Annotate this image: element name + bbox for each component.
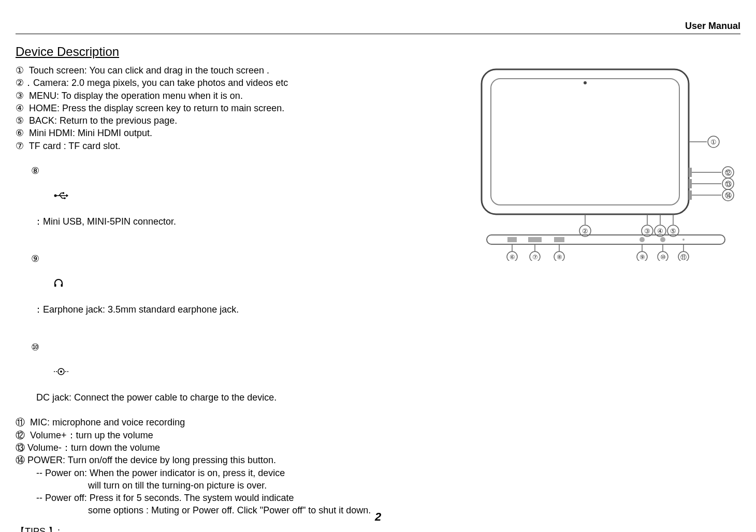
item-dc-prefix: ⑩: [31, 342, 45, 352]
item-power-off-1: -- Power off: Press it for 5 seconds. Th…: [16, 492, 461, 504]
callout-10: ⑩: [660, 254, 666, 261]
item-home: ④ HOME: Press the display screen key to …: [16, 102, 461, 114]
svg-point-9: [60, 371, 62, 373]
item-hdmi: ⑥ Mini HDMI: Mini HDMI output.: [16, 127, 461, 139]
svg-point-37: [639, 237, 645, 242]
svg-marker-4: [66, 194, 68, 197]
callout-9: ⑨: [639, 254, 645, 261]
tips-title: 【TIPS 】:: [16, 525, 461, 532]
svg-rect-33: [487, 235, 725, 244]
svg-rect-6: [61, 284, 63, 287]
svg-rect-12: [491, 79, 679, 205]
page-number: 2: [375, 510, 381, 524]
callout-12: ⑫: [725, 169, 732, 176]
item-dc: ⑩ DC jack: Connect the power cable to ch…: [16, 328, 461, 416]
item-usb-text: ：Mini USB, MINI-5PIN connector.: [31, 216, 176, 227]
callout-3: ③: [644, 227, 650, 235]
description-text: ① Touch screen: You can click and drag i…: [16, 64, 461, 532]
svg-point-13: [584, 81, 587, 84]
svg-rect-34: [507, 237, 517, 242]
svg-rect-35: [528, 237, 542, 242]
item-power-on-1: -- Power on: When the power indicator is…: [16, 467, 461, 479]
item-mic: ⑪ MIC: microphone and voice recording: [16, 416, 461, 428]
item-voldown: ⑬ Volume-：turn down the volume: [16, 441, 461, 454]
svg-rect-36: [554, 237, 564, 242]
item-ear-prefix: ⑨: [31, 254, 47, 264]
usb-icon: [33, 178, 68, 215]
item-menu: ③ MENU: To display the operation menu wh…: [16, 90, 461, 102]
svg-rect-2: [63, 192, 64, 194]
callout-6: ⑥: [510, 254, 515, 261]
callout-4: ④: [657, 227, 663, 235]
svg-rect-5: [54, 284, 56, 287]
svg-rect-17: [689, 179, 692, 188]
section-title: Device Description: [16, 45, 740, 59]
item-earphone: ⑨ ：Earphone jack: 3.5mm standard earphon…: [16, 240, 461, 328]
header-label: User Manual: [16, 21, 740, 34]
item-ear-text: ：Earphone jack: 3.5mm standard earphone …: [31, 304, 239, 315]
headphone-icon: [33, 265, 63, 303]
item-power: ⑭ POWER: Turn on/off the device by long …: [16, 454, 461, 466]
item-tf: ⑦ TF card : TF card slot.: [16, 140, 461, 152]
dc-jack-icon: [33, 353, 68, 391]
item-usb: ⑧ ：Mini USB, MINI-5PIN connector.: [16, 152, 461, 240]
device-diagram: ① ⑫ ⑬ ⑭ ② ③ ④ ⑤: [461, 64, 740, 263]
callout-13: ⑬: [725, 180, 732, 188]
svg-point-38: [660, 237, 665, 242]
item-power-on-2: will turn on till the turning-on picture…: [16, 479, 461, 492]
item-power-off-2: some options : Muting or Power off. Clic…: [16, 504, 461, 516]
callout-2: ②: [582, 227, 588, 235]
item-usb-prefix: ⑧: [31, 166, 42, 176]
svg-point-39: [682, 239, 685, 241]
callout-5: ⑤: [670, 227, 676, 235]
item-dc-text: DC jack: Connect the power cable to char…: [31, 392, 277, 403]
callout-1: ①: [710, 138, 717, 146]
callout-14: ⑭: [725, 191, 732, 199]
svg-rect-16: [689, 168, 692, 177]
svg-rect-11: [482, 69, 689, 214]
callout-11: ⑪: [680, 254, 687, 261]
item-camera: ②．Camera: 2.0 mega pixels, you can take …: [16, 77, 461, 89]
item-volup: ⑫ Volume+：turn up the volume: [16, 429, 461, 441]
callout-7: ⑦: [532, 254, 538, 261]
item-back: ⑤ BACK: Return to the previous page.: [16, 114, 461, 127]
svg-point-3: [64, 197, 66, 199]
svg-rect-18: [689, 190, 692, 200]
item-touch: ① Touch screen: You can click and drag i…: [16, 64, 461, 77]
callout-8: ⑧: [557, 254, 562, 261]
